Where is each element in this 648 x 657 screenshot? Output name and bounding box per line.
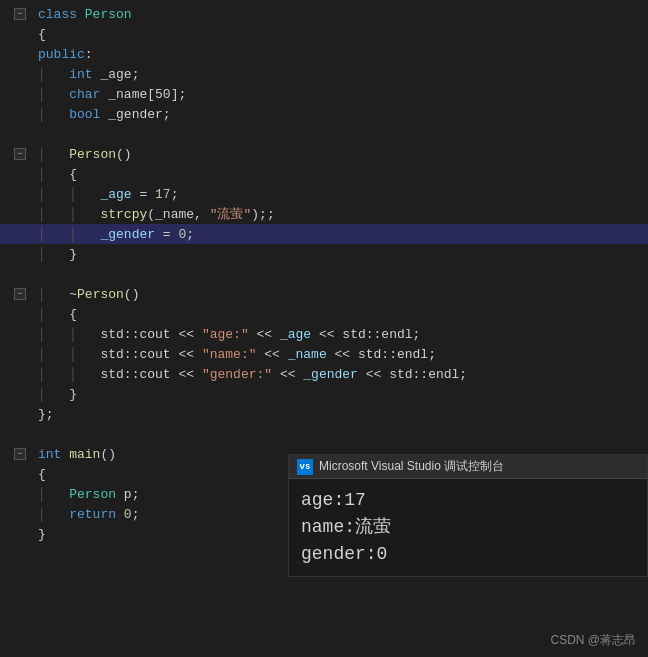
code-line: │ char _name[50]; — [0, 84, 648, 104]
indent: │ — [38, 67, 69, 82]
code-line: −class Person — [0, 4, 648, 24]
code-line — [0, 264, 648, 284]
token: ~ — [69, 287, 77, 302]
token: std::endl — [342, 327, 412, 342]
indent-guide: │ — [38, 227, 69, 242]
indent-guide: │ — [38, 147, 69, 162]
line-content: } — [34, 527, 46, 542]
code-line: │ │ _gender = 0; — [0, 224, 648, 244]
token: (_name, — [147, 207, 209, 222]
token: } — [38, 527, 46, 542]
token: _gender — [303, 367, 358, 382]
gutter: − — [6, 148, 34, 160]
token: ; — [459, 367, 467, 382]
token: 17 — [155, 187, 171, 202]
indent: │ — [38, 307, 69, 322]
indent: │ — [38, 147, 69, 162]
token: () — [116, 147, 132, 162]
token: ; — [413, 327, 421, 342]
indent: │ — [38, 107, 69, 122]
indent-guide: │ — [69, 327, 100, 342]
collapse-button[interactable]: − — [14, 8, 26, 20]
indent-guide: │ — [38, 487, 69, 502]
line-content: { — [34, 467, 46, 482]
line-content: │ { — [34, 307, 77, 322]
line-content: │ char _name[50]; — [34, 87, 186, 102]
code-line: public: — [0, 44, 648, 64]
token: () — [100, 447, 116, 462]
token: << — [327, 347, 358, 362]
indent-guide: │ — [38, 207, 69, 222]
token: _age — [280, 327, 311, 342]
line-content: │ │ std::cout << "age:" << _age << std::… — [34, 327, 420, 342]
code-editor: −class Person{public:│ int _age;│ char _… — [0, 0, 648, 657]
token: { — [38, 467, 46, 482]
indent-guide: │ — [38, 287, 69, 302]
indent: │ — [38, 487, 69, 502]
token: } — [69, 387, 77, 402]
token: "gender:" — [202, 367, 272, 382]
token: _age; — [93, 67, 140, 82]
collapse-button[interactable]: − — [14, 448, 26, 460]
console-line: age:17 — [301, 487, 635, 514]
token: public — [38, 47, 85, 62]
line-content: │ ~Person() — [34, 287, 139, 302]
indent-guide: │ — [38, 367, 69, 382]
token: 0 — [178, 227, 186, 242]
code-line: −│ Person() — [0, 144, 648, 164]
code-line: │ } — [0, 384, 648, 404]
token: { — [69, 167, 77, 182]
indent: │ — [38, 247, 69, 262]
indent-guide: │ — [38, 507, 69, 522]
token: std::cout — [100, 347, 170, 362]
token: "age:" — [202, 327, 249, 342]
token: Person — [85, 7, 132, 22]
code-line: │ │ std::cout << "age:" << _age << std::… — [0, 324, 648, 344]
indent: │ │ — [38, 187, 100, 202]
line-content: │ { — [34, 167, 77, 182]
token: std::cout — [100, 327, 170, 342]
token: std::endl — [389, 367, 459, 382]
console-titlebar: vs Microsoft Visual Studio 调试控制台 — [289, 455, 647, 479]
token: _name — [288, 347, 327, 362]
code-line: │ │ std::cout << "name:" << _name << std… — [0, 344, 648, 364]
indent: │ — [38, 287, 69, 302]
token: _gender; — [100, 107, 170, 122]
collapse-button[interactable]: − — [14, 148, 26, 160]
indent: │ │ — [38, 327, 100, 342]
indent-guide: │ — [38, 327, 69, 342]
token: { — [69, 307, 77, 322]
console-overlay: vs Microsoft Visual Studio 调试控制台 age:17n… — [288, 454, 648, 577]
line-content: │ Person() — [34, 147, 132, 162]
token: std::cout — [100, 367, 170, 382]
token: ; — [186, 227, 194, 242]
gutter: − — [6, 448, 34, 460]
token: class — [38, 7, 85, 22]
code-line: │ } — [0, 244, 648, 264]
token: }; — [38, 407, 54, 422]
code-line: │ │ _age = 17; — [0, 184, 648, 204]
indent-guide: │ — [38, 167, 69, 182]
indent-guide: │ — [38, 247, 69, 262]
code-line: │ { — [0, 304, 648, 324]
gutter: − — [6, 8, 34, 20]
collapse-button[interactable]: − — [14, 288, 26, 300]
line-content: │ bool _gender; — [34, 107, 171, 122]
token: << — [171, 327, 202, 342]
token: int — [38, 447, 61, 462]
token: int — [69, 67, 92, 82]
token: p; — [116, 487, 139, 502]
line-content: │ │ std::cout << "gender:" << _gender <<… — [34, 367, 467, 382]
console-content: age:17name:流萤gender:0 — [289, 479, 647, 576]
watermark: CSDN @蒋志昂 — [550, 632, 636, 649]
line-content: │ │ _age = 17; — [34, 187, 178, 202]
indent-guide: │ — [69, 207, 100, 222]
token: 0 — [124, 507, 132, 522]
code-line: }; — [0, 404, 648, 424]
line-content: │ return 0; — [34, 507, 139, 522]
indent: │ │ — [38, 367, 100, 382]
indent-guide: │ — [69, 227, 100, 242]
indent-guide: │ — [38, 387, 69, 402]
indent-guide: │ — [69, 187, 100, 202]
token: ; — [132, 507, 140, 522]
